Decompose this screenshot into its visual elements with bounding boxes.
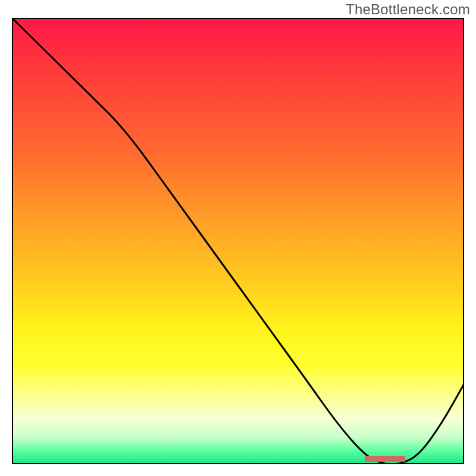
- optimal-range-marker: [365, 456, 405, 462]
- plot-area: [12, 18, 464, 464]
- bottleneck-curve: [12, 18, 464, 464]
- chart-container: TheBottleneck.com: [0, 0, 476, 476]
- attribution-text: TheBottleneck.com: [346, 1, 470, 18]
